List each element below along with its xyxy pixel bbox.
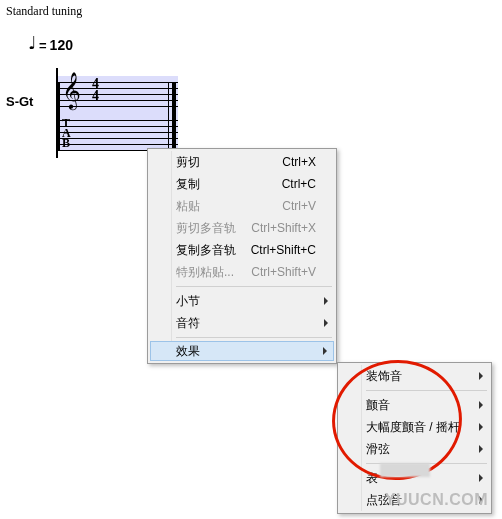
menu-item-label: 特别粘贴... xyxy=(176,264,234,281)
chevron-right-icon xyxy=(324,319,328,327)
menu-item-4[interactable]: 复制多音轨Ctrl+Shift+C xyxy=(150,239,334,261)
menu-separator xyxy=(176,286,332,287)
menu-item-shortcut: Ctrl+X xyxy=(282,155,316,169)
tempo-equals: = xyxy=(39,38,47,53)
chevron-right-icon xyxy=(479,401,483,409)
barline-end-thin xyxy=(168,82,169,150)
menu-item-0[interactable]: 剪切Ctrl+X xyxy=(150,151,334,173)
chevron-right-icon xyxy=(479,445,483,453)
submenu-item-label: 滑弦 xyxy=(366,441,390,458)
menu-item-shortcut: Ctrl+V xyxy=(282,199,316,213)
barline-start xyxy=(58,82,60,150)
time-signature: 4 4 xyxy=(92,78,99,102)
barline-end-thick xyxy=(172,82,176,150)
tab-staff xyxy=(58,120,178,150)
chevron-right-icon xyxy=(323,347,327,355)
menu-item-6[interactable]: 小节 xyxy=(150,290,334,312)
submenu-item-2[interactable]: 大幅度颤音 / 摇杆 xyxy=(340,416,489,438)
menu-separator xyxy=(366,390,487,391)
menu-item-3: 剪切多音轨Ctrl+Shift+X xyxy=(150,217,334,239)
menu-item-label: 剪切多音轨 xyxy=(176,220,236,237)
menu-item-shortcut: Ctrl+Shift+X xyxy=(251,221,316,235)
submenu-item-label: 表 xyxy=(366,470,378,487)
blur-patch xyxy=(380,463,430,477)
treble-clef-icon: 𝄞 xyxy=(62,74,81,106)
track-label: S-Gt xyxy=(6,94,33,109)
tempo-indicator: ♩ = 120 xyxy=(28,36,73,54)
context-menu[interactable]: 剪切Ctrl+X复制Ctrl+C粘贴Ctrl+V剪切多音轨Ctrl+Shift+… xyxy=(147,148,337,364)
menu-item-shortcut: Ctrl+Shift+C xyxy=(251,243,316,257)
menu-item-8[interactable]: 效果 xyxy=(150,341,334,361)
menu-separator xyxy=(176,337,332,338)
quarter-note-icon: ♩ xyxy=(28,34,36,52)
tempo-bpm: 120 xyxy=(50,37,73,53)
menu-item-1[interactable]: 复制Ctrl+C xyxy=(150,173,334,195)
score-measure[interactable]: 𝄞 4 4 T A B xyxy=(56,68,176,158)
submenu-item-label: 装饰音 xyxy=(366,368,402,385)
submenu-item-label: 颤音 xyxy=(366,397,390,414)
menu-item-5: 特别粘贴...Ctrl+Shift+V xyxy=(150,261,334,283)
chevron-right-icon xyxy=(479,423,483,431)
menu-item-2: 粘贴Ctrl+V xyxy=(150,195,334,217)
tab-clef-label: T A B xyxy=(62,118,71,148)
chevron-right-icon xyxy=(324,297,328,305)
chevron-right-icon xyxy=(479,474,483,482)
menu-item-label: 复制 xyxy=(176,176,200,193)
menu-item-shortcut: Ctrl+C xyxy=(282,177,316,191)
submenu-item-1[interactable]: 颤音 xyxy=(340,394,489,416)
menu-item-label: 复制多音轨 xyxy=(176,242,236,259)
submenu-item-3[interactable]: 滑弦 xyxy=(340,438,489,460)
menu-item-label: 效果 xyxy=(176,343,200,360)
watermark-text: YUUCN.COM xyxy=(385,491,488,509)
menu-item-label: 剪切 xyxy=(176,154,200,171)
menu-item-label: 小节 xyxy=(176,293,200,310)
menu-item-label: 音符 xyxy=(176,315,200,332)
submenu-item-label: 大幅度颤音 / 摇杆 xyxy=(366,419,460,436)
chevron-right-icon xyxy=(479,372,483,380)
submenu-item-0[interactable]: 装饰音 xyxy=(340,365,489,387)
menu-item-7[interactable]: 音符 xyxy=(150,312,334,334)
menu-item-shortcut: Ctrl+Shift+V xyxy=(251,265,316,279)
tuning-label: Standard tuning xyxy=(6,4,82,19)
menu-item-label: 粘贴 xyxy=(176,198,200,215)
